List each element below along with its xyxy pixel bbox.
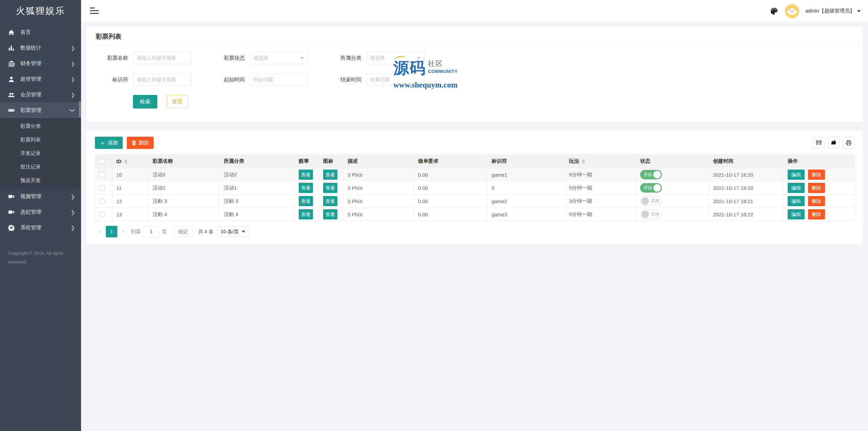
view-icon-button[interactable]: 查看 — [323, 183, 337, 193]
edit-button[interactable]: 编辑 — [788, 209, 805, 219]
cell-order-requirement: 0.00 — [414, 168, 488, 181]
prev-page-icon[interactable]: ‹ — [95, 226, 105, 237]
sort-icon[interactable] — [582, 159, 585, 163]
cell-id: 10 — [112, 168, 149, 181]
theme-palette-icon[interactable] — [770, 7, 779, 16]
cell-category: 活動 3 — [220, 195, 295, 208]
sidebar-item-lottery-5[interactable]: 彩票管理❯ — [0, 102, 81, 118]
goto-page-input[interactable] — [143, 226, 159, 237]
sidebar-subitem[interactable]: 开奖记录 — [0, 146, 81, 160]
view-icon-button[interactable]: 查看 — [323, 209, 337, 219]
sidebar-item-label: 会员管理 — [20, 91, 71, 98]
next-page-icon[interactable]: › — [118, 226, 128, 237]
reset-button[interactable]: 重置 — [167, 95, 188, 109]
view-odds-button[interactable]: 查看 — [299, 170, 313, 180]
row-delete-button[interactable]: 删除 — [808, 196, 825, 206]
column-header-图标: 图标 — [319, 155, 343, 168]
sort-icon[interactable] — [124, 159, 127, 163]
sidebar-item-bank-2[interactable]: 财务管理❯ — [0, 56, 81, 71]
sidebar-subitem[interactable]: 彩票列表 — [0, 133, 81, 146]
view-icon-button[interactable]: 查看 — [323, 196, 337, 206]
username-label: admin【超级管理员】 — [805, 8, 855, 14]
copyright-text: Copyright © 2019. All rights reserved. — [0, 235, 81, 266]
category-select[interactable]: 请选择 — [366, 52, 425, 64]
search-button[interactable]: 检索 — [133, 95, 157, 109]
sidebar-item-chart-1[interactable]: 数据统计❯ — [0, 40, 81, 56]
view-icon-button[interactable]: 查看 — [323, 170, 337, 180]
view-odds-button[interactable]: 查看 — [299, 183, 313, 193]
column-header-彩票名称: 彩票名称 — [149, 155, 220, 168]
end-date-input[interactable] — [366, 73, 425, 86]
cell-status: 关闭 — [636, 195, 709, 208]
app-logo: 火狐狸娱乐 — [0, 0, 81, 22]
chevron-down-icon — [242, 231, 245, 233]
edit-button[interactable]: 编辑 — [788, 196, 805, 206]
identifier-input[interactable] — [133, 73, 191, 86]
cell-category: 活動 4 — [220, 208, 295, 221]
menu-collapse-icon[interactable] — [90, 7, 99, 14]
filter-panel: 彩票列表 彩票名称 彩票状态 请选择 所属分类 请选择 标识符 — [87, 27, 863, 122]
cell-identifier: game1 — [488, 168, 565, 181]
cell-actions: 编辑删除 — [784, 181, 855, 195]
view-odds-button[interactable]: 查看 — [299, 196, 313, 206]
column-header-标识符: 标识符 — [488, 155, 565, 168]
per-page-select[interactable]: 10 条/页 — [217, 226, 249, 237]
goto-suffix-label: 页 — [162, 229, 167, 235]
chevron-down-icon — [417, 57, 421, 59]
sidebar-item-video-7[interactable]: 选妃管理❯ — [0, 204, 81, 220]
export-icon-button[interactable] — [828, 137, 840, 149]
filter-label-status: 彩票状态 — [212, 55, 245, 62]
cell-name: 活動 3 — [149, 195, 220, 208]
sidebar-scrollbar[interactable] — [79, 101, 81, 117]
add-button[interactable]: ＋ 添加 — [95, 137, 123, 149]
filter-columns-icon-button[interactable] — [813, 137, 825, 149]
row-checkbox[interactable] — [99, 172, 105, 177]
column-label: 玩法 — [569, 158, 579, 164]
column-header-ID[interactable]: ID — [112, 155, 149, 168]
user-menu[interactable]: admin【超级管理员】 — [805, 8, 861, 14]
plus-icon: ＋ — [100, 140, 105, 146]
lottery-status-select[interactable]: 请选择 — [250, 52, 308, 64]
column-header-玩法[interactable]: 玩法 — [565, 155, 636, 168]
status-toggle-on[interactable]: 开启 — [640, 170, 662, 179]
cell-status: 关闭 — [636, 208, 709, 221]
view-odds-button[interactable]: 查看 — [299, 209, 313, 219]
row-delete-button[interactable]: 删除 — [808, 170, 825, 180]
row-checkbox[interactable] — [99, 212, 105, 217]
goto-confirm-button[interactable]: 确定 — [174, 226, 193, 237]
status-toggle-off[interactable]: 关闭 — [640, 210, 662, 219]
row-checkbox[interactable] — [99, 198, 105, 204]
bank-icon — [7, 60, 15, 67]
status-toggle-on[interactable]: 开启 — [640, 183, 662, 193]
start-date-input[interactable] — [250, 73, 308, 86]
sidebar-item-members-4[interactable]: 会员管理❯ — [0, 87, 81, 102]
user-avatar[interactable] — [785, 4, 799, 18]
sidebar-item-settings-8[interactable]: 系统管理❯ — [0, 220, 81, 235]
table-row: 12活動 3活動 3查看查看3 Phút0.00game23分钟一期关闭2021… — [95, 195, 855, 208]
sidebar-item-admin-3[interactable]: 超管管理❯ — [0, 71, 81, 87]
row-delete-button[interactable]: 删除 — [808, 183, 825, 193]
status-toggle-off[interactable]: 关闭 — [640, 196, 662, 206]
sidebar-subitem[interactable]: 投注记录 — [0, 160, 81, 174]
edit-button[interactable]: 编辑 — [788, 170, 805, 180]
lottery-name-input[interactable] — [133, 52, 191, 64]
current-page-button[interactable]: 1 — [106, 226, 117, 237]
delete-button[interactable]: 删除 — [127, 137, 154, 149]
sidebar-item-home-0[interactable]: 首页 — [0, 24, 81, 40]
header-checkbox-cell — [95, 155, 112, 168]
cell-order-requirement: 0.00 — [414, 208, 488, 221]
cell-icon: 查看 — [319, 168, 343, 181]
select-all-checkbox[interactable] — [99, 159, 105, 164]
sidebar-item-label: 视频管理 — [20, 193, 71, 200]
cell-category: 活动2 — [220, 168, 295, 181]
edit-button[interactable]: 编辑 — [788, 183, 805, 193]
sidebar-subitem[interactable]: 预设开奖 — [0, 174, 81, 187]
filter-label-name: 彩票名称 — [96, 55, 128, 62]
row-checkbox[interactable] — [99, 185, 105, 191]
sidebar-item-label: 超管管理 — [20, 76, 71, 83]
sidebar-subitem[interactable]: 彩票分类 — [0, 119, 81, 133]
sidebar-item-video-6[interactable]: 视频管理❯ — [0, 189, 81, 204]
row-delete-button[interactable]: 删除 — [808, 209, 825, 219]
cell-id: 11 — [112, 181, 149, 195]
print-icon-button[interactable] — [843, 137, 854, 149]
